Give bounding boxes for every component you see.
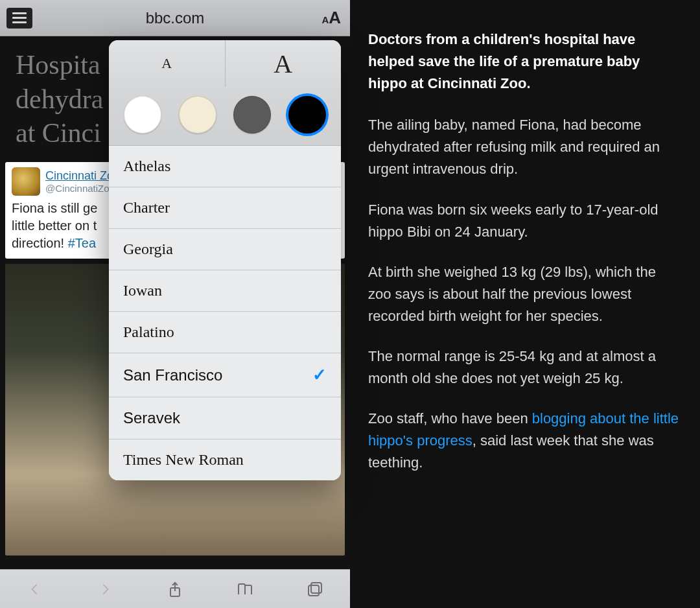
share-button[interactable] xyxy=(165,579,185,599)
svg-rect-3 xyxy=(311,583,321,593)
font-option[interactable]: San Francisco✓ xyxy=(109,353,341,397)
font-option[interactable]: Iowan xyxy=(109,270,341,312)
check-icon: ✓ xyxy=(312,365,327,385)
font-option[interactable]: Athelas xyxy=(109,146,341,187)
decrease-text-button[interactable]: A xyxy=(109,40,226,87)
forward-button[interactable] xyxy=(95,579,115,599)
font-label: Athelas xyxy=(123,158,170,175)
font-label: Georgia xyxy=(123,240,173,258)
svg-rect-4 xyxy=(309,585,319,596)
font-label: Times New Roman xyxy=(123,451,244,469)
reader-paragraph: Zoo staff, who have been blogging about … xyxy=(368,408,682,474)
font-label: Iowan xyxy=(123,282,162,299)
font-label: Seravek xyxy=(123,409,180,427)
tabs-button[interactable] xyxy=(305,579,325,599)
font-option[interactable]: Seravek xyxy=(109,397,341,439)
back-button[interactable] xyxy=(25,579,45,599)
font-list: AthelasCharterGeorgiaIowanPalatinoSan Fr… xyxy=(109,146,341,480)
font-option[interactable]: Times New Roman xyxy=(109,439,341,480)
font-option[interactable]: Palatino xyxy=(109,312,341,353)
font-label: Palatino xyxy=(123,323,174,341)
safari-left-pane: bbc.com AA Hospitadehydraat Cinci Cincin… xyxy=(0,0,350,608)
reader-paragraph: Fiona was born six weeks early to 17-yea… xyxy=(368,199,682,243)
domain-label[interactable]: bbc.com xyxy=(146,9,205,27)
bookmarks-button[interactable] xyxy=(235,579,255,599)
increase-text-button[interactable]: A xyxy=(226,40,342,87)
text-size-row: A A xyxy=(109,40,341,87)
theme-row xyxy=(109,87,341,146)
theme-sepia[interactable] xyxy=(179,96,216,134)
font-label: San Francisco xyxy=(123,366,222,384)
reader-settings-popover: A A AthelasCharterGeorgiaIowanPalatinoSa… xyxy=(109,40,341,480)
address-bar: bbc.com AA xyxy=(0,0,350,36)
reader-lead: Doctors from a children's hospital have … xyxy=(368,29,682,95)
bottom-toolbar xyxy=(0,569,350,608)
text-size-button[interactable]: AA xyxy=(321,8,341,28)
reader-content-pane: Doctors from a children's hospital have … xyxy=(350,0,700,608)
reader-paragraph: At birth she weighed 13 kg (29 lbs), whi… xyxy=(368,261,682,327)
reader-text: Zoo staff, who have been xyxy=(368,410,532,427)
theme-black[interactable] xyxy=(288,96,326,134)
font-option[interactable]: Charter xyxy=(109,187,341,229)
avatar xyxy=(12,167,40,196)
reader-paragraph: The normal range is 25-54 kg and at almo… xyxy=(368,345,682,390)
font-option[interactable]: Georgia xyxy=(109,229,341,270)
reader-mode-button[interactable] xyxy=(6,8,32,29)
font-label: Charter xyxy=(123,199,170,216)
theme-gray[interactable] xyxy=(233,96,271,134)
theme-white[interactable] xyxy=(124,96,161,134)
reader-paragraph: The ailing baby, named Fiona, had become… xyxy=(368,114,682,180)
